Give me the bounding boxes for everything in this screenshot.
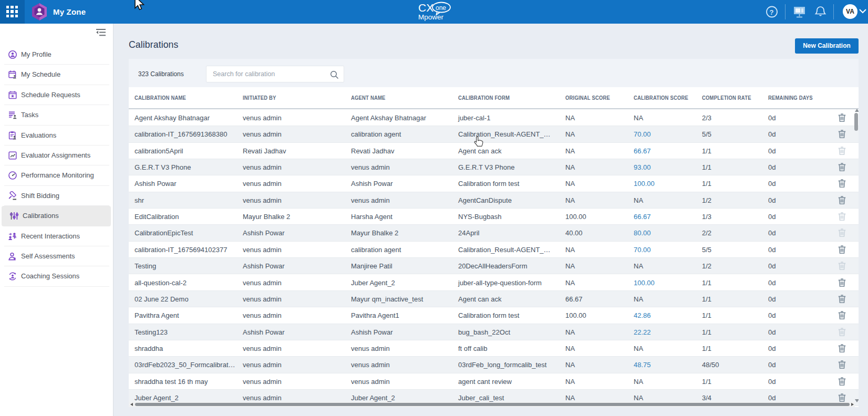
- svg-text:one: one: [436, 4, 446, 12]
- svg-text:?: ?: [770, 8, 774, 16]
- svg-text:Mpower: Mpower: [418, 13, 444, 21]
- svg-text:CX: CX: [418, 2, 433, 14]
